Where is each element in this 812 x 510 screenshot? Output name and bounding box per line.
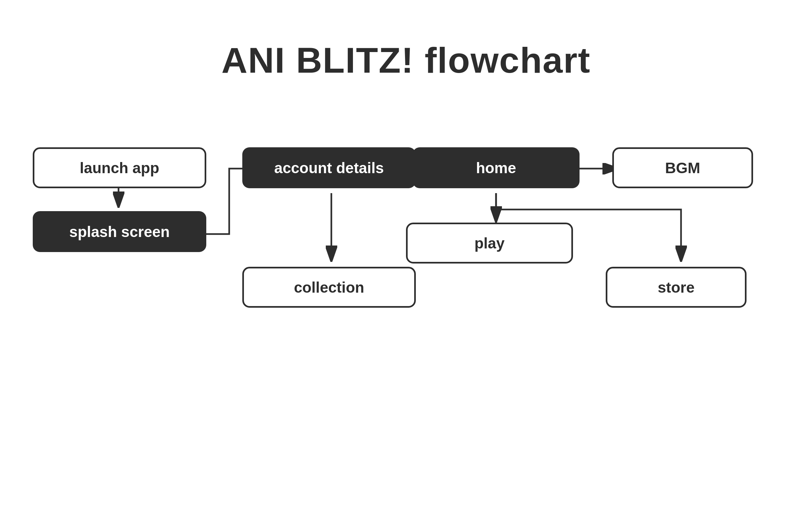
bgm-node: BGM [612,147,753,188]
collection-node: collection [242,267,416,308]
page-title: ANI BLITZ! flowchart [0,0,812,81]
play-node: play [406,222,573,264]
account-details-node: account details [242,147,416,188]
home-node: home [412,147,580,188]
store-node: store [606,267,747,308]
splash-screen-node: splash screen [33,211,206,252]
launch-app-node: launch app [33,147,206,188]
